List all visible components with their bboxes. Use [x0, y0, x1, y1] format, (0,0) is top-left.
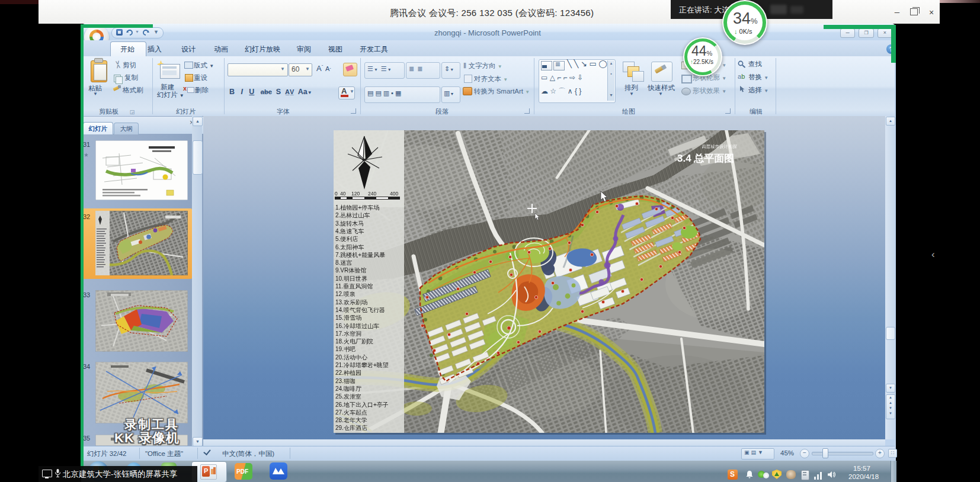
svg-text:8.迷宫: 8.迷宫 [335, 259, 352, 266]
svg-text:3.旋转木马: 3.旋转木马 [335, 220, 364, 227]
svg-text:2.丛林过山车: 2.丛林过山车 [335, 212, 370, 218]
svg-text:19.书吧: 19.书吧 [335, 346, 356, 352]
svg-text:28.老年大学: 28.老年大学 [335, 417, 367, 423]
svg-text:7.跳楼机+能量风暴: 7.跳楼机+能量风暴 [335, 252, 385, 258]
svg-text:0: 0 [335, 191, 338, 197]
svg-text:27.火车起点: 27.火车起点 [335, 409, 367, 416]
svg-text:16.冷却塔过山车: 16.冷却塔过山车 [335, 323, 379, 329]
svg-text:400: 400 [390, 191, 398, 197]
svg-text:1.植物园+停车场: 1.植物园+停车场 [335, 204, 379, 211]
svg-text:23.猫咖: 23.猫咖 [335, 378, 356, 384]
svg-text:20.活动中心: 20.活动中心 [335, 354, 368, 361]
svg-text:29.仓库酒店: 29.仓库酒店 [335, 425, 367, 431]
svg-text:13.欢乐剧场: 13.欢乐剧场 [335, 299, 367, 306]
svg-text:6.太阳神车: 6.太阳神车 [335, 244, 364, 250]
svg-text:9.VR体验馆: 9.VR体验馆 [335, 267, 366, 274]
svg-text:40: 40 [340, 191, 346, 197]
svg-text:25.发泄室: 25.发泄室 [335, 393, 361, 400]
svg-text:5.便利店: 5.便利店 [335, 236, 358, 242]
svg-text:14.喷气背包飞行器: 14.喷气背包飞行器 [335, 307, 385, 313]
svg-text:24.咖啡厅: 24.咖啡厅 [335, 385, 361, 392]
svg-text:26.地下出入口+亭子: 26.地下出入口+亭子 [335, 401, 389, 408]
svg-text:21.冷却塔攀岩+眺望: 21.冷却塔攀岩+眺望 [335, 362, 389, 368]
svg-text:四层城市设计初探: 四层城市设计初探 [702, 144, 738, 149]
svg-text:18.火电厂剧院: 18.火电厂剧院 [335, 338, 373, 345]
svg-text:17.水帘洞: 17.水帘洞 [335, 330, 361, 337]
svg-text:3.4 总平面图: 3.4 总平面图 [677, 153, 734, 164]
svg-text:12.喷泉: 12.喷泉 [335, 291, 356, 297]
svg-text:4.急速飞车: 4.急速飞车 [335, 228, 364, 234]
svg-text:10.明日世界: 10.明日世界 [335, 275, 367, 282]
svg-text:240: 240 [368, 191, 376, 197]
svg-text:15.滑雪场: 15.滑雪场 [335, 314, 361, 321]
svg-text:22.种植园: 22.种植园 [335, 369, 361, 376]
svg-text:120: 120 [351, 191, 360, 197]
svg-text:11.垂直风洞馆: 11.垂直风洞馆 [335, 283, 373, 290]
